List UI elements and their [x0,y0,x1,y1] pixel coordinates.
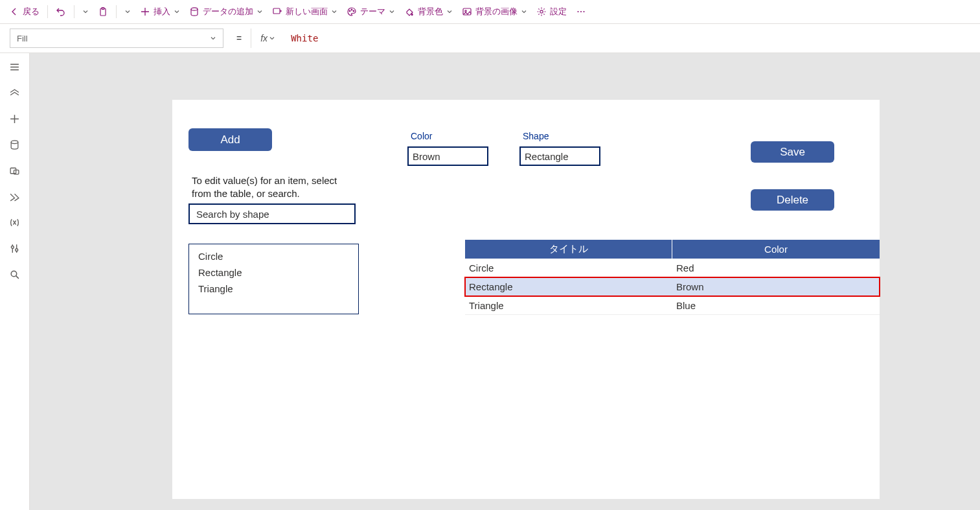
search-input[interactable]: Search by shape [188,203,356,224]
theme-button[interactable]: テーマ [343,3,399,20]
settings-label: 設定 [550,6,567,17]
new-screen-label: 新しい画面 [286,6,328,17]
bg-color-label: 背景色 [418,6,443,17]
equals-sign: = [231,33,243,43]
data-icon [189,6,199,17]
color-input[interactable]: Brown [407,146,488,166]
back-label: 戻る [23,6,40,17]
rail-data[interactable] [5,137,25,152]
canvas-area: Add To edit value(s) for an item, select… [30,53,980,510]
overflow-button[interactable] [572,4,590,19]
fx-button[interactable]: fx [251,29,278,48]
shape-input[interactable]: Rectangle [519,146,600,166]
paste-chevron[interactable] [120,6,135,17]
formula-bar: Fill = fx White [0,23,980,53]
table-header-row: タイトル Color [465,240,880,259]
rail-tools[interactable] [5,241,25,255]
rail-variables[interactable] [5,215,25,229]
delete-button[interactable]: Delete [751,189,834,211]
insert-button[interactable]: 挿入 [136,3,184,20]
bg-color-button[interactable]: 背景色 [400,3,457,20]
more-icon [576,6,586,17]
top-toolbar: 戻る 挿入 データの追加 新しい画面 [0,0,980,23]
property-value: Fill [17,34,28,43]
table-header-title: タイトル [465,240,672,259]
data-table: タイトル Color Circle Red Rectangle Brown Tr… [465,240,880,315]
rail-insert[interactable] [5,111,25,126]
add-button[interactable]: Add [188,128,272,151]
new-screen-icon [272,6,282,17]
table-cell-color: Blue [672,296,880,314]
rail-tree-view[interactable] [5,86,25,100]
svg-point-17 [11,246,14,248]
svg-rect-15 [10,168,16,174]
table-header-color: Color [672,240,880,259]
rail-hamburger[interactable] [5,60,25,74]
svg-point-12 [583,11,584,12]
property-dropdown[interactable]: Fill [10,29,223,48]
table-row[interactable]: Rectangle Brown [465,277,880,296]
fill-icon [404,6,415,17]
new-screen-button[interactable]: 新しい画面 [268,3,341,20]
list-item[interactable]: Triangle [198,283,349,294]
svg-point-10 [577,11,578,12]
svg-point-19 [11,271,17,277]
add-button-label: Add [220,133,240,146]
shape-input-value: Rectangle [525,151,569,162]
settings-button[interactable]: 設定 [532,3,571,20]
rail-media[interactable] [5,163,25,178]
palette-icon [347,6,357,17]
rail-power-automate[interactable] [5,189,25,203]
instruction-text: To edit value(s) for an item, select fro… [192,174,354,201]
insert-label: 挿入 [154,6,170,17]
formula-input[interactable]: White [286,33,970,43]
table-cell-title: Rectangle [465,277,672,296]
svg-point-2 [191,8,198,10]
svg-point-14 [11,140,18,143]
bg-image-label: 背景の画像 [475,6,518,17]
svg-point-11 [580,11,582,12]
svg-point-6 [353,10,354,12]
plus-icon [140,6,150,17]
separator [74,5,74,18]
delete-button-label: Delete [777,194,808,207]
svg-point-8 [465,10,466,12]
undo-chevron[interactable] [78,6,93,17]
undo-icon [56,6,66,17]
search-placeholder: Search by shape [196,209,269,220]
add-data-button[interactable]: データの追加 [185,3,267,20]
svg-point-9 [540,10,543,13]
shape-list: Circle Rectangle Triangle [188,244,359,314]
clipboard-icon [98,6,108,17]
fx-label: fx [260,33,268,43]
table-cell-title: Circle [465,259,672,277]
table-cell-color: Brown [672,277,880,296]
table-row[interactable]: Circle Red [465,259,880,277]
add-data-label: データの追加 [203,6,253,17]
left-rail [0,53,30,510]
color-input-value: Brown [413,151,440,162]
separator [47,5,48,18]
shape-label: Shape [523,131,549,141]
back-button[interactable]: 戻る [5,3,43,20]
app-screen[interactable]: Add To edit value(s) for an item, select… [172,100,880,499]
svg-point-5 [351,9,352,10]
table-cell-color: Red [672,259,880,277]
gear-icon [536,6,547,17]
theme-label: テーマ [360,6,385,17]
list-item[interactable]: Rectangle [198,267,349,278]
color-label: Color [411,131,432,141]
bg-image-button[interactable]: 背景の画像 [458,3,531,20]
list-item[interactable]: Circle [198,251,349,262]
undo-button[interactable] [52,4,70,19]
svg-point-18 [16,248,18,251]
paste-button[interactable] [94,4,112,19]
save-button[interactable]: Save [751,141,834,163]
rail-search[interactable] [5,267,25,281]
separator [116,5,117,18]
svg-rect-3 [273,8,280,14]
table-row[interactable]: Triangle Blue [465,296,880,315]
svg-point-4 [349,10,350,12]
save-button-label: Save [780,146,805,159]
image-icon [462,6,472,17]
